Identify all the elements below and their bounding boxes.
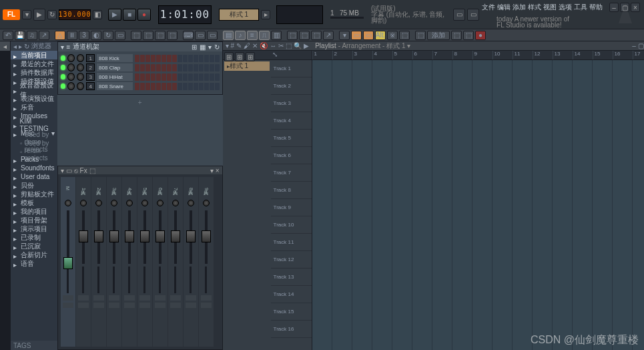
pattern-selector[interactable]: 样式 1 (219, 9, 259, 21)
playlist-grid[interactable] (312, 60, 644, 350)
browser-item[interactable]: ▸我的项目 (11, 207, 57, 216)
bar-number[interactable]: 14 (573, 51, 593, 59)
track-header[interactable]: Track 15 (271, 303, 312, 321)
step-button[interactable] (178, 64, 182, 71)
menu-help[interactable]: 帮助 (589, 3, 603, 12)
bar-number[interactable]: 12 (533, 51, 553, 59)
tool-rec-icon[interactable]: ● (475, 31, 486, 40)
mx-view-icon[interactable]: ▭ (66, 167, 72, 174)
step-button[interactable] (140, 64, 145, 71)
fl-logo[interactable]: FL (3, 9, 20, 20)
track-header[interactable]: Track 10 (271, 216, 312, 234)
browser-item[interactable]: ▸User data (11, 172, 57, 181)
fader-handle[interactable] (79, 230, 88, 242)
menu-view[interactable]: 视图 (543, 3, 557, 12)
track-header[interactable]: Track 4 (271, 112, 312, 130)
mixer-strip[interactable]: 插入 5 (137, 177, 152, 347)
mute-button[interactable] (201, 303, 212, 308)
fader-handle[interactable] (202, 230, 211, 242)
bar-number[interactable]: 8 (452, 51, 472, 59)
tool-d-icon[interactable]: ⬚ (167, 31, 178, 40)
channel-name-button[interactable]: 808 Kick (97, 54, 132, 62)
step-button[interactable] (140, 73, 145, 81)
menu-dropdown-icon[interactable]: ▾ (22, 10, 31, 19)
transport-stop-button[interactable]: ■ (123, 9, 136, 21)
step-button[interactable] (162, 73, 166, 81)
pan-knob[interactable] (67, 63, 75, 71)
browser-item[interactable]: ▸Soundfonts (11, 164, 57, 172)
channel-led[interactable] (61, 83, 65, 89)
step-button[interactable] (194, 55, 198, 62)
cr-tool-c-icon[interactable]: ▾ (208, 43, 212, 51)
browser-item[interactable]: ▸项目骨架 (11, 216, 57, 224)
step-button[interactable] (151, 83, 155, 90)
fader-handle[interactable] (140, 230, 149, 242)
pl-select-icon[interactable]: ⬚ (286, 42, 292, 49)
step-button[interactable] (204, 55, 209, 62)
tool-wait-icon[interactable]: ⏸ (67, 31, 77, 40)
pl-mute-icon[interactable]: 🔇 (260, 42, 268, 49)
mx-menu-icon[interactable]: ▾ (61, 167, 64, 174)
send-button[interactable] (170, 295, 181, 301)
view-channelrack-icon[interactable]: ≡ (247, 31, 258, 40)
mixer-strip[interactable]: 插入 1 (76, 177, 91, 347)
track-header[interactable]: Track 8 (271, 182, 312, 199)
pl-snap-icon[interactable]: # (231, 42, 235, 49)
step-button[interactable] (167, 83, 172, 90)
bar-number[interactable]: 1 (312, 51, 332, 59)
pattern-clip-button[interactable]: ▸ 样式 1 (224, 61, 270, 71)
track-zoom-icon[interactable]: ⤡ (271, 49, 279, 59)
step-button[interactable] (204, 73, 209, 81)
browser-item[interactable]: ▫Used by remix projects (11, 146, 57, 155)
step-button[interactable] (167, 64, 172, 71)
track-header[interactable]: Track 1 (271, 60, 312, 77)
tool-l-icon[interactable]: ▭ (363, 31, 374, 40)
step-button[interactable] (204, 83, 209, 90)
tool-alt-button[interactable]: Alt. (375, 31, 386, 40)
bar-number[interactable]: 7 (432, 51, 452, 59)
track-header[interactable]: Track 13 (271, 269, 312, 286)
channel-name-button[interactable]: 808 HiHat (97, 73, 132, 81)
mute-button[interactable] (93, 303, 104, 308)
channel-number[interactable]: 2 (86, 63, 95, 71)
step-button[interactable] (188, 55, 193, 62)
mixer-strip[interactable]: 插入 3 (107, 177, 121, 347)
bar-number[interactable]: 11 (513, 51, 533, 59)
view-playlist-icon[interactable]: ▤ (223, 31, 234, 40)
bar-number[interactable]: 5 (392, 51, 412, 59)
track-header[interactable]: Track 14 (271, 286, 312, 303)
pl-min-icon[interactable]: – (632, 42, 636, 49)
tool-loop-icon[interactable]: ↻ (103, 31, 113, 40)
step-button[interactable] (210, 64, 214, 71)
bar-number[interactable]: 6 (412, 51, 432, 59)
tool-k-icon[interactable]: ▭ (351, 31, 362, 40)
bar-number[interactable]: 13 (553, 51, 573, 59)
browser-item[interactable]: ▸当前项目 (11, 51, 57, 59)
step-button[interactable] (145, 55, 150, 62)
step-button[interactable] (178, 73, 182, 81)
step-button[interactable] (156, 73, 161, 81)
step-button[interactable] (199, 73, 204, 81)
play-icon[interactable]: ▶ (33, 9, 45, 21)
step-button[interactable] (162, 55, 166, 62)
send-button[interactable] (139, 295, 150, 301)
cr-fold-icon[interactable]: ≡ (67, 43, 71, 51)
step-button[interactable] (140, 55, 145, 62)
step-button[interactable] (135, 55, 139, 62)
step-button[interactable] (194, 73, 198, 81)
track-header[interactable]: Track 2 (271, 77, 312, 95)
vol-knob[interactable] (77, 82, 84, 90)
bar-number[interactable]: 4 (372, 51, 392, 59)
tags-label[interactable]: TAGS (11, 341, 57, 350)
browser-item[interactable]: ▸效音器预设值 (11, 85, 57, 94)
mute-button[interactable] (139, 303, 150, 308)
tool-e-icon[interactable]: ▭ (195, 31, 206, 40)
bar-number[interactable]: 16 (613, 51, 633, 59)
step-button[interactable] (215, 55, 220, 62)
channel-led[interactable] (61, 74, 65, 79)
bar-number[interactable]: 10 (493, 51, 513, 59)
tool-b-icon[interactable]: ⬚ (143, 31, 153, 40)
tool-m-icon[interactable]: ※ (387, 31, 398, 40)
mute-button[interactable] (186, 303, 196, 308)
step-button[interactable] (145, 64, 150, 71)
